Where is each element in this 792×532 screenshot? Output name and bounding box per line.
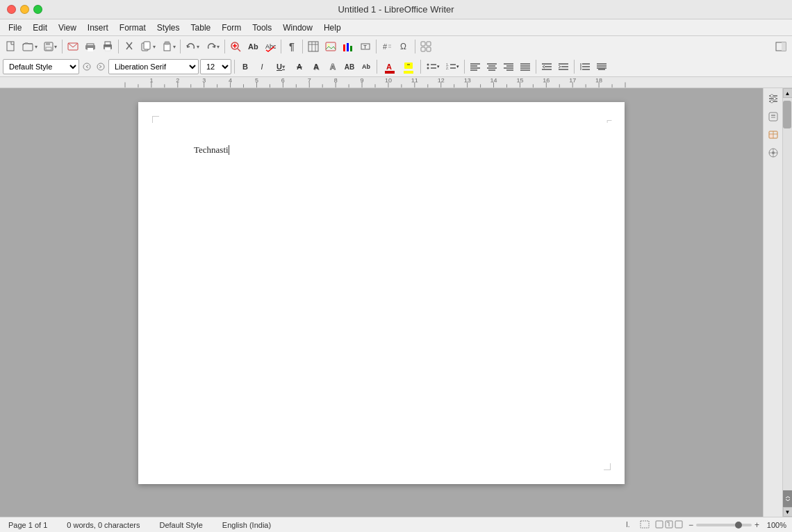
- style-next-button[interactable]: [94, 58, 107, 75]
- menu-form[interactable]: Form: [216, 22, 247, 34]
- zoom-controls[interactable]: − + 100%: [688, 520, 786, 530]
- align-left-button[interactable]: [468, 59, 483, 74]
- sidebar-styles-button[interactable]: [766, 109, 781, 124]
- menu-tools[interactable]: Tools: [247, 22, 277, 34]
- ordered-list-button[interactable]: 1.2. ▾: [443, 58, 461, 75]
- shadow-button[interactable]: A: [308, 59, 324, 74]
- close-button[interactable]: [7, 5, 16, 14]
- redo-button[interactable]: ▾: [203, 38, 222, 55]
- maximize-button[interactable]: [33, 5, 42, 14]
- new-button[interactable]: [3, 38, 19, 55]
- menu-insert[interactable]: Insert: [82, 22, 114, 34]
- insert-chart-button[interactable]: [340, 38, 356, 55]
- copy-button[interactable]: ▾: [138, 38, 158, 55]
- document-area[interactable]: ⌐ Technasti: [0, 88, 763, 517]
- insert-special-char-button[interactable]: Ω: [396, 38, 413, 55]
- menu-help[interactable]: Help: [318, 22, 347, 34]
- highlight-color-button[interactable]: [399, 58, 418, 75]
- insert-field-button[interactable]: #: [379, 38, 395, 55]
- auto-spellcheck-button[interactable]: Abc: [262, 38, 279, 55]
- scroll-up-button[interactable]: ▲: [783, 88, 793, 98]
- selection-mode-icon: [640, 520, 650, 530]
- scroll-down-button[interactable]: ▼: [783, 507, 793, 517]
- corner-mark-br: [604, 463, 611, 470]
- undo-button[interactable]: ▾: [183, 38, 202, 55]
- toolbar-sep-1: [62, 40, 63, 53]
- svg-rect-24: [308, 42, 318, 51]
- sidebar-toggle-button[interactable]: [773, 38, 789, 55]
- corner-mark-tl: [152, 116, 159, 123]
- toolbar-sep-8: [415, 40, 415, 53]
- toggle-formatting-marks-button[interactable]: ¶: [283, 38, 300, 55]
- sidebar-gallery-button[interactable]: [766, 127, 781, 142]
- change-case-button[interactable]: Ab: [358, 59, 374, 74]
- minimize-button[interactable]: [20, 5, 29, 14]
- paragraph-style-button[interactable]: [594, 59, 609, 74]
- font-color-button[interactable]: A: [380, 58, 398, 75]
- window-controls[interactable]: [7, 5, 42, 14]
- cloud-save-icon: [675, 520, 683, 530]
- outline-button[interactable]: A: [325, 59, 340, 74]
- save-button[interactable]: ▾: [40, 38, 60, 55]
- font-size-dropdown[interactable]: 12: [200, 59, 231, 74]
- svg-rect-3: [46, 42, 50, 45]
- insert-image-button[interactable]: [322, 38, 339, 55]
- page-content[interactable]: Technasti: [194, 144, 569, 422]
- sidebar-properties-button[interactable]: [766, 91, 781, 106]
- indent-decrease-button[interactable]: [539, 59, 554, 74]
- menu-table[interactable]: Table: [185, 22, 217, 34]
- menu-view[interactable]: View: [53, 22, 82, 34]
- menu-file[interactable]: File: [3, 22, 27, 34]
- menu-window[interactable]: Window: [277, 22, 318, 34]
- bold-button[interactable]: B: [238, 59, 253, 74]
- menu-format[interactable]: Format: [114, 22, 151, 34]
- vertical-scrollbar[interactable]: ▲ ▼: [782, 88, 792, 517]
- zoom-slider[interactable]: [696, 524, 752, 526]
- print-preview-button[interactable]: [82, 38, 99, 55]
- svg-point-46: [97, 63, 104, 70]
- unordered-list-button[interactable]: ▾: [424, 58, 442, 75]
- align-right-button[interactable]: [501, 59, 516, 74]
- menu-edit[interactable]: Edit: [27, 22, 53, 34]
- svg-rect-17: [165, 42, 170, 44]
- cut-button[interactable]: [121, 38, 138, 55]
- indent-increase-button[interactable]: [556, 59, 571, 74]
- find-button[interactable]: [227, 38, 244, 55]
- spell-check-button[interactable]: Abc: [245, 38, 261, 55]
- sidebar-navigator-button[interactable]: [766, 145, 781, 160]
- zoom-in-button[interactable]: +: [754, 520, 759, 530]
- style-dropdown[interactable]: Default Style: [3, 59, 79, 74]
- scroll-middle-button[interactable]: [783, 490, 793, 507]
- svg-rect-41: [421, 47, 425, 51]
- zoom-out-button[interactable]: −: [688, 520, 693, 530]
- fmt-sep-2: [377, 60, 377, 74]
- scroll-thumb[interactable]: [783, 101, 791, 128]
- menu-styles[interactable]: Styles: [151, 22, 185, 34]
- italic-button[interactable]: I: [254, 59, 270, 74]
- email-button[interactable]: [65, 38, 81, 55]
- zoom-thumb[interactable]: [735, 522, 742, 529]
- print-button[interactable]: [99, 38, 116, 55]
- justify-button[interactable]: [518, 59, 533, 74]
- zoom-level: 100%: [762, 521, 786, 529]
- linespace-button[interactable]: [577, 59, 593, 74]
- svg-rect-10: [105, 47, 110, 51]
- strikethrough-button[interactable]: A: [292, 59, 307, 74]
- style-prev-button[interactable]: [81, 58, 93, 75]
- svg-text:I.: I.: [626, 521, 630, 529]
- align-center-button[interactable]: [484, 59, 500, 74]
- toolbar-sep-4: [224, 40, 225, 53]
- svg-rect-1: [23, 44, 33, 51]
- document-page[interactable]: ⌐ Technasti: [138, 102, 625, 484]
- uppercase-button[interactable]: AB: [342, 59, 357, 74]
- status-right-area: I. − + 100%: [626, 520, 786, 530]
- font-dropdown[interactable]: Liberation Serif: [108, 59, 199, 74]
- paste-button[interactable]: ▾: [158, 38, 178, 55]
- fmt-sep-5: [536, 60, 536, 74]
- open-button[interactable]: ▾: [20, 38, 40, 55]
- more-toolbar-button[interactable]: [418, 38, 434, 55]
- right-sidebar: [763, 88, 782, 517]
- insert-table-button[interactable]: [305, 38, 322, 55]
- insert-textbox-button[interactable]: T: [357, 38, 374, 55]
- underline-button[interactable]: U▾: [271, 59, 290, 74]
